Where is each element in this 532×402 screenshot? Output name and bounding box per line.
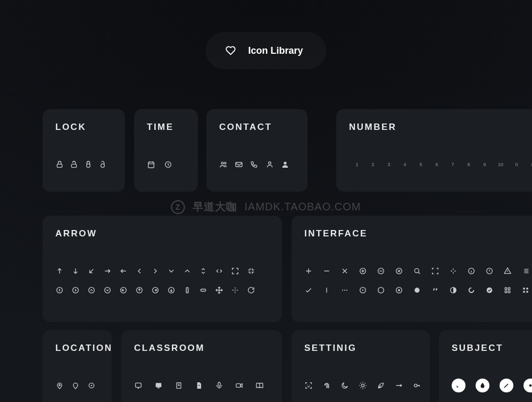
circle-chevron-left-icon (55, 286, 71, 294)
chevron-up-down-icon (199, 267, 215, 275)
presentation-icon (154, 381, 174, 390)
phone-icon (250, 160, 265, 169)
card-number: NUMBER 1 2 3 4 5 6 7 8 9 10 0 # (336, 109, 532, 192)
list-icon (521, 267, 532, 275)
mic-icon (215, 381, 235, 390)
plus-icon (304, 267, 322, 275)
watermark-en: IAMDK.TAOBAO.COM (245, 201, 361, 213)
svg-rect-55 (218, 382, 220, 386)
header-pill[interactable]: Icon Library (205, 32, 326, 69)
key-icon (413, 381, 430, 390)
circle-notch-icon (467, 286, 485, 294)
fingerprint-icon (322, 381, 340, 390)
svg-point-9 (269, 162, 271, 165)
clock-icon (164, 160, 181, 169)
watermark: Z 早道大咖 IAMDK.TAOBAO.COM (171, 200, 361, 214)
svg-point-21 (235, 290, 236, 291)
chevron-up-icon (183, 267, 199, 275)
heart-icon (225, 45, 236, 56)
card-title-time: TIME (134, 109, 198, 133)
card-title-location: LOCATION (43, 330, 112, 354)
svg-point-28 (342, 290, 343, 291)
svg-rect-19 (186, 288, 188, 293)
minus-icon (322, 267, 340, 275)
chevron-down-icon (167, 267, 183, 275)
users-icon (219, 160, 235, 169)
card-title-classroom: CLASSROOM (121, 330, 282, 354)
card-title-contact: CONTACT (206, 109, 307, 133)
card-title-interface: INTERFACE (292, 216, 532, 239)
calendar-icon (147, 160, 164, 169)
arrow-down-icon (71, 267, 87, 275)
chevron-right-icon (151, 267, 167, 275)
svg-rect-20 (201, 289, 205, 291)
svg-rect-54 (198, 385, 200, 385)
svg-rect-39 (505, 288, 506, 289)
svg-rect-46 (526, 291, 528, 292)
grid-fill-icon (521, 286, 532, 294)
subject-drop-icon (476, 379, 500, 392)
moon-icon (340, 381, 359, 390)
info-icon (467, 267, 485, 275)
circle-half-fill-icon (449, 286, 467, 294)
notebook-icon (174, 381, 195, 390)
circle-chevron-down-icon (103, 286, 119, 294)
svg-point-60 (400, 384, 402, 387)
svg-point-11 (57, 288, 63, 293)
svg-point-36 (414, 288, 419, 292)
circle-arrow-down-icon (167, 286, 183, 294)
num-hash: # (525, 162, 532, 167)
num-10: 10 (493, 162, 509, 167)
lock-closed-icon (55, 160, 70, 169)
svg-point-58 (309, 385, 310, 385)
quote-icon (431, 286, 449, 294)
card-arrow: ARROW (43, 216, 282, 322)
svg-rect-40 (508, 288, 510, 289)
circle-chevron-up-icon (87, 286, 103, 294)
svg-rect-56 (236, 384, 240, 388)
pipe-icon (322, 286, 340, 294)
circle-filled-icon (413, 286, 431, 294)
card-location: LOCATION (43, 330, 112, 402)
svg-rect-44 (526, 288, 528, 289)
svg-point-33 (378, 288, 384, 293)
leaf-icon (377, 381, 395, 390)
circle-chevron-right-icon (71, 286, 87, 294)
scan-icon (431, 267, 449, 275)
svg-rect-4 (148, 162, 154, 168)
card-lock: LOCK (43, 109, 125, 192)
svg-point-7 (225, 162, 226, 164)
scroll-vertical-icon (183, 286, 199, 294)
move-icon (215, 286, 231, 294)
num-7: 7 (445, 162, 461, 167)
card-classroom: CLASSROOM (121, 330, 282, 402)
arrow-left-icon (119, 267, 135, 275)
map-pin-outline-icon (71, 381, 87, 390)
mail-icon (235, 160, 250, 169)
svg-point-25 (414, 268, 419, 273)
circle-plus-icon (359, 267, 377, 275)
number-row: 1 2 3 4 5 6 7 8 9 10 0 # (336, 155, 532, 174)
circle-x-icon (395, 267, 413, 275)
svg-point-30 (346, 290, 347, 291)
circle-dot-outline-icon (359, 286, 377, 294)
crosshair-icon (231, 286, 247, 294)
card-title-number: NUMBER (336, 109, 532, 133)
search-icon (413, 267, 431, 275)
num-1: 1 (349, 162, 365, 167)
svg-point-61 (414, 384, 417, 387)
svg-point-32 (362, 290, 364, 291)
user-outline-icon (265, 160, 281, 169)
watermark-zh: 早道大咖 (193, 200, 237, 214)
alert-triangle-icon (503, 267, 521, 275)
card-contact: CONTACT (206, 109, 307, 192)
map-pin-icon (55, 381, 71, 390)
page-title: Icon Library (248, 45, 303, 56)
num-0: 0 (509, 162, 525, 167)
svg-point-14 (105, 288, 111, 293)
num-5: 5 (413, 162, 429, 167)
refresh-icon (247, 286, 263, 294)
arrow-up-icon (55, 267, 71, 275)
svg-rect-52 (156, 383, 162, 387)
svg-rect-41 (505, 291, 506, 292)
